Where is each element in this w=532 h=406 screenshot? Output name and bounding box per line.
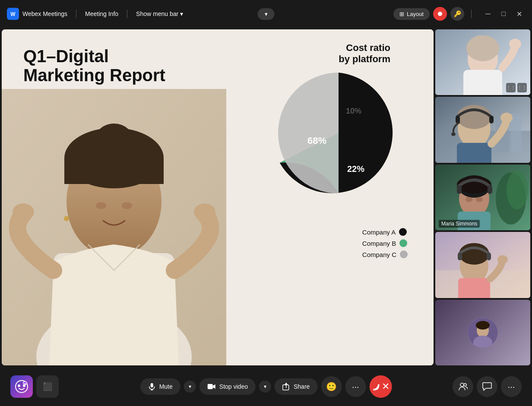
svg-rect-50 [458, 278, 490, 298]
participant-tile-4 [435, 232, 530, 298]
share-label: Share [294, 383, 310, 390]
header-right: ⊞ Layout 🔑 ─ □ ✕ [393, 7, 525, 21]
svg-point-43 [476, 197, 483, 202]
svg-rect-61 [151, 383, 153, 387]
tile-1-controls: ⋮⋮ ⋮⋮ [506, 83, 527, 92]
svg-point-8 [95, 124, 133, 158]
presenter-photo [2, 89, 226, 365]
legend-item-b: Company B [362, 239, 408, 247]
captions-button[interactable]: ⬛ [36, 375, 59, 398]
toolbar-left: ✦ ⬛ [10, 375, 59, 398]
layout-button[interactable]: ⊞ Layout [393, 8, 430, 20]
mute-button[interactable]: Mute [140, 378, 180, 395]
svg-point-19 [466, 35, 499, 61]
participant-avatar-5 [468, 317, 498, 348]
key-button[interactable]: 🔑 [450, 7, 464, 21]
ai-icon: ✦ [15, 380, 28, 393]
header-divider-2 [127, 10, 127, 18]
participant-4-video [435, 232, 530, 298]
mute-chevron-button[interactable]: ▾ [184, 381, 196, 393]
chat-button[interactable] [477, 376, 497, 397]
svg-point-21 [509, 39, 521, 49]
svg-text:W: W [10, 11, 16, 17]
svg-rect-48 [458, 253, 462, 260]
legend-dot-a [399, 228, 407, 236]
header-center: ▾ [258, 8, 275, 20]
svg-text:✦: ✦ [24, 382, 26, 385]
participants-button[interactable] [453, 376, 473, 397]
record-button[interactable] [433, 7, 447, 21]
participant-name-3: Maria Simmons [439, 220, 480, 228]
legend-item-a: Company A [362, 228, 408, 236]
svg-text:22%: 22% [347, 164, 364, 174]
close-button[interactable]: ✕ [513, 8, 525, 20]
mute-label: Mute [159, 383, 173, 390]
video-icon [207, 383, 216, 390]
maximize-button[interactable]: □ [497, 8, 510, 20]
tile-1-icon-2: ⋮⋮ [517, 83, 527, 92]
reactions-button[interactable]: 🙂 [321, 376, 342, 397]
header-left: W Webex Meetings Meeting Info Show menu … [7, 8, 183, 20]
participant-tile-3: Maria Simmons [435, 165, 530, 230]
window-controls: ─ □ ✕ [482, 8, 525, 20]
svg-text:68%: 68% [307, 135, 326, 146]
svg-point-30 [451, 133, 456, 136]
end-icon: ✕ [382, 381, 390, 392]
chart-legend: Company A Company B Company C [362, 228, 408, 258]
svg-rect-29 [489, 116, 494, 124]
svg-rect-31 [457, 143, 491, 163]
svg-rect-20 [463, 70, 502, 95]
end-call-button[interactable]: ✕ [369, 375, 392, 398]
svg-rect-64 [208, 384, 213, 389]
layout-icon: ⊞ [399, 11, 404, 17]
ai-assistant-button[interactable]: ✦ [10, 375, 33, 398]
end-call-icon [371, 381, 382, 392]
legend-item-c: Company C [362, 251, 408, 258]
more-toolbar-icon: ··· [508, 382, 515, 392]
main-content: Q1–Digital Marketing Report Cost ratio b… [0, 28, 532, 367]
minimize-button[interactable]: ─ [482, 8, 494, 20]
avatar-svg-5 [468, 317, 498, 348]
header-divider-3 [471, 10, 472, 18]
svg-rect-65 [283, 385, 289, 390]
svg-point-12 [194, 203, 215, 221]
svg-text:10%: 10% [346, 107, 361, 115]
svg-point-13 [64, 216, 69, 221]
more-options-button[interactable]: ··· [345, 376, 366, 397]
slide-title: Q1–Digital Marketing Report [23, 47, 165, 85]
toolbar: ✦ ⬛ Mute ▾ Stop video ▾ [0, 367, 532, 406]
svg-point-57 [18, 384, 20, 387]
slide-content: Q1–Digital Marketing Report Cost ratio b… [2, 29, 434, 365]
meeting-info-button[interactable]: Meeting Info [85, 10, 118, 17]
svg-rect-40 [488, 185, 492, 194]
svg-point-35 [507, 171, 528, 209]
record-dot [438, 12, 442, 16]
stop-video-button[interactable]: Stop video [200, 378, 256, 395]
header-divider-1 [76, 10, 76, 18]
toolbar-center: Mute ▾ Stop video ▾ Share 🙂 ··· [140, 375, 392, 398]
presentation-area: Q1–Digital Marketing Report Cost ratio b… [2, 29, 434, 365]
webex-logo-icon: W [7, 8, 19, 20]
svg-point-32 [500, 113, 513, 123]
share-button[interactable]: Share [275, 378, 317, 395]
svg-point-42 [466, 197, 472, 202]
header: W Webex Meetings Meeting Info Show menu … [0, 0, 532, 28]
reactions-icon: 🙂 [326, 381, 337, 392]
key-icon: 🔑 [454, 10, 461, 17]
svg-rect-7 [64, 158, 164, 184]
video-chevron-button[interactable]: ▾ [259, 381, 271, 393]
expand-button[interactable]: ▾ [258, 8, 275, 20]
svg-rect-25 [511, 114, 522, 152]
more-toolbar-button[interactable]: ··· [501, 376, 522, 397]
svg-point-51 [497, 255, 508, 264]
stop-video-label: Stop video [219, 383, 248, 390]
show-menu-button[interactable]: Show menu bar ▾ [136, 10, 183, 17]
legend-dot-b [399, 239, 407, 247]
participants-icon [458, 382, 468, 391]
legend-dot-c [400, 251, 408, 258]
svg-point-9 [96, 202, 106, 209]
svg-point-54 [476, 321, 490, 330]
participant-2-video [435, 97, 530, 162]
svg-point-67 [460, 383, 464, 387]
svg-point-68 [464, 384, 466, 386]
